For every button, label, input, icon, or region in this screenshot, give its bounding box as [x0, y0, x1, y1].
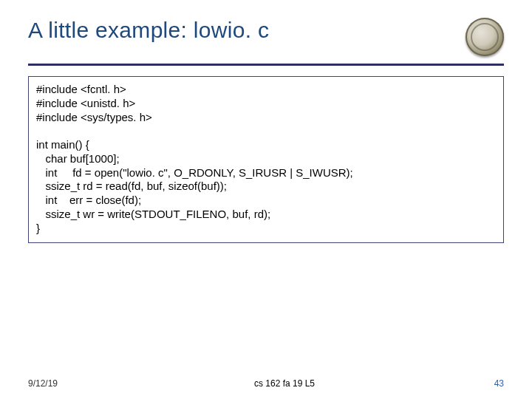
slide-title: A little example: lowio. c [28, 18, 269, 43]
footer-date: 9/12/19 [28, 378, 95, 389]
code-listing: #include <fcntl. h> #include <unistd. h>… [28, 76, 504, 243]
title-divider [28, 64, 504, 66]
university-seal-icon [466, 18, 504, 56]
footer-center: cs 162 fa 19 L5 [95, 378, 474, 389]
slide: A little example: lowio. c #include <fcn… [0, 0, 532, 399]
footer: 9/12/19 cs 162 fa 19 L5 43 [28, 378, 504, 389]
footer-page-number: 43 [474, 378, 504, 389]
title-row: A little example: lowio. c [28, 18, 504, 56]
